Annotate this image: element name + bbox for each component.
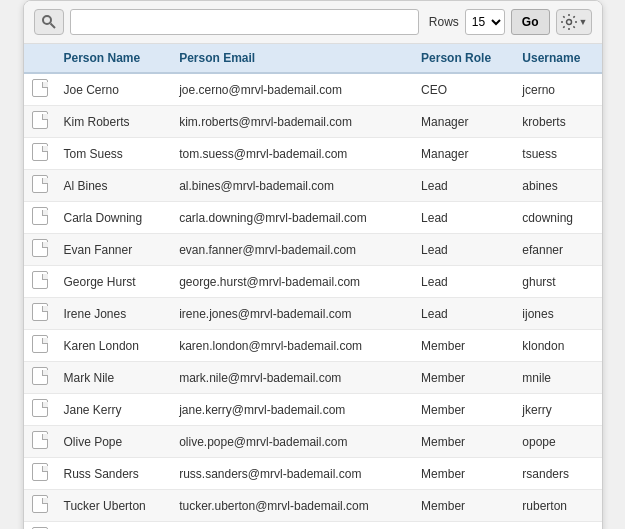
row-email: kim.roberts@mrvl-bademail.com bbox=[171, 106, 413, 138]
row-username: jkerry bbox=[514, 394, 601, 426]
row-email: tucker.uberton@mrvl-bademail.com bbox=[171, 490, 413, 522]
svg-point-0 bbox=[43, 16, 51, 24]
row-icon-cell bbox=[24, 170, 56, 202]
table-row[interactable]: Joe Cernojoe.cerno@mrvl-bademail.comCEOj… bbox=[24, 73, 602, 106]
row-name: Jane Kerry bbox=[56, 394, 172, 426]
row-icon-cell bbox=[24, 426, 56, 458]
row-name: Tom Suess bbox=[56, 138, 172, 170]
settings-button[interactable]: ▼ bbox=[556, 9, 592, 35]
row-username: ruberton bbox=[514, 490, 601, 522]
row-username: mnile bbox=[514, 362, 601, 394]
row-icon-cell bbox=[24, 298, 56, 330]
row-icon-cell bbox=[24, 106, 56, 138]
row-icon-cell bbox=[24, 73, 56, 106]
row-role: Lead bbox=[413, 266, 514, 298]
row-icon-cell bbox=[24, 138, 56, 170]
data-table: Person Name Person Email Person Role Use… bbox=[24, 44, 602, 529]
col-header-username[interactable]: Username bbox=[514, 44, 601, 73]
row-email: mark.nile@mrvl-bademail.com bbox=[171, 362, 413, 394]
table-row[interactable]: Olive Popeolive.pope@mrvl-bademail.comMe… bbox=[24, 426, 602, 458]
rows-select[interactable]: 5 10 15 20 25 50 bbox=[465, 9, 505, 35]
row-name: Tucker Uberton bbox=[56, 490, 172, 522]
table-row[interactable]: Al Binesal.bines@mrvl-bademail.comLeadab… bbox=[24, 170, 602, 202]
row-name: Al Bines bbox=[56, 170, 172, 202]
file-icon bbox=[32, 431, 48, 449]
row-email: irene.jones@mrvl-bademail.com bbox=[171, 298, 413, 330]
table-row[interactable]: Vicky Williamsvicky.willaims@mrvl-badema… bbox=[24, 522, 602, 530]
row-name: Evan Fanner bbox=[56, 234, 172, 266]
table-row[interactable]: Irene Jonesirene.jones@mrvl-bademail.com… bbox=[24, 298, 602, 330]
row-name: Irene Jones bbox=[56, 298, 172, 330]
table-row[interactable]: Russ Sandersruss.sanders@mrvl-bademail.c… bbox=[24, 458, 602, 490]
table-row[interactable]: Evan Fannerevan.fanner@mrvl-bademail.com… bbox=[24, 234, 602, 266]
table-row[interactable]: Karen Londonkaren.london@mrvl-bademail.c… bbox=[24, 330, 602, 362]
table-row[interactable]: Carla Downingcarla.downing@mrvl-bademail… bbox=[24, 202, 602, 234]
row-role: Member bbox=[413, 522, 514, 530]
row-role: Member bbox=[413, 490, 514, 522]
table-row[interactable]: Mark Nilemark.nile@mrvl-bademail.comMemb… bbox=[24, 362, 602, 394]
row-role: CEO bbox=[413, 73, 514, 106]
row-name: Carla Downing bbox=[56, 202, 172, 234]
row-icon-cell bbox=[24, 490, 56, 522]
row-username: abines bbox=[514, 170, 601, 202]
toolbar: Rows 5 10 15 20 25 50 Go ▼ bbox=[24, 1, 602, 44]
svg-point-2 bbox=[566, 20, 571, 25]
table-row[interactable]: Tucker Ubertontucker.uberton@mrvl-badema… bbox=[24, 490, 602, 522]
dropdown-arrow: ▼ bbox=[579, 17, 588, 27]
row-icon-cell bbox=[24, 266, 56, 298]
row-username: cdowning bbox=[514, 202, 601, 234]
file-icon bbox=[32, 303, 48, 321]
file-icon bbox=[32, 207, 48, 225]
row-role: Member bbox=[413, 458, 514, 490]
row-email: carla.downing@mrvl-bademail.com bbox=[171, 202, 413, 234]
file-icon bbox=[32, 399, 48, 417]
svg-line-1 bbox=[50, 24, 55, 29]
col-header-role[interactable]: Person Role bbox=[413, 44, 514, 73]
file-icon bbox=[32, 335, 48, 353]
row-icon-cell bbox=[24, 202, 56, 234]
table-row[interactable]: Kim Robertskim.roberts@mrvl-bademail.com… bbox=[24, 106, 602, 138]
row-username: rsanders bbox=[514, 458, 601, 490]
row-username: vwilliams bbox=[514, 522, 601, 530]
row-name: Kim Roberts bbox=[56, 106, 172, 138]
row-role: Member bbox=[413, 362, 514, 394]
row-name: Russ Sanders bbox=[56, 458, 172, 490]
col-header-name[interactable]: Person Name bbox=[56, 44, 172, 73]
table-row[interactable]: Jane Kerryjane.kerry@mrvl-bademail.comMe… bbox=[24, 394, 602, 426]
row-email: evan.fanner@mrvl-bademail.com bbox=[171, 234, 413, 266]
row-email: george.hurst@mrvl-bademail.com bbox=[171, 266, 413, 298]
file-icon bbox=[32, 143, 48, 161]
file-icon bbox=[32, 271, 48, 289]
search-button[interactable] bbox=[34, 9, 64, 35]
row-email: russ.sanders@mrvl-bademail.com bbox=[171, 458, 413, 490]
row-icon-cell bbox=[24, 522, 56, 530]
table-row[interactable]: George Hurstgeorge.hurst@mrvl-bademail.c… bbox=[24, 266, 602, 298]
row-name: Olive Pope bbox=[56, 426, 172, 458]
row-email: joe.cerno@mrvl-bademail.com bbox=[171, 73, 413, 106]
row-username: ijones bbox=[514, 298, 601, 330]
row-role: Member bbox=[413, 394, 514, 426]
col-header-icon bbox=[24, 44, 56, 73]
table-row[interactable]: Tom Suesstom.suess@mrvl-bademail.comMana… bbox=[24, 138, 602, 170]
row-username: ghurst bbox=[514, 266, 601, 298]
table-header-row: Person Name Person Email Person Role Use… bbox=[24, 44, 602, 73]
search-input[interactable] bbox=[70, 9, 419, 35]
row-role: Member bbox=[413, 330, 514, 362]
row-role: Lead bbox=[413, 298, 514, 330]
row-username: jcerno bbox=[514, 73, 601, 106]
row-email: olive.pope@mrvl-bademail.com bbox=[171, 426, 413, 458]
row-icon-cell bbox=[24, 330, 56, 362]
row-icon-cell bbox=[24, 362, 56, 394]
row-name: Joe Cerno bbox=[56, 73, 172, 106]
file-icon bbox=[32, 239, 48, 257]
row-role: Manager bbox=[413, 106, 514, 138]
row-icon-cell bbox=[24, 234, 56, 266]
file-icon bbox=[32, 495, 48, 513]
row-role: Manager bbox=[413, 138, 514, 170]
row-email: karen.london@mrvl-bademail.com bbox=[171, 330, 413, 362]
go-button[interactable]: Go bbox=[511, 9, 550, 35]
col-header-email[interactable]: Person Email bbox=[171, 44, 413, 73]
rows-label: Rows bbox=[429, 15, 459, 29]
row-role: Lead bbox=[413, 202, 514, 234]
gear-icon bbox=[560, 13, 578, 31]
